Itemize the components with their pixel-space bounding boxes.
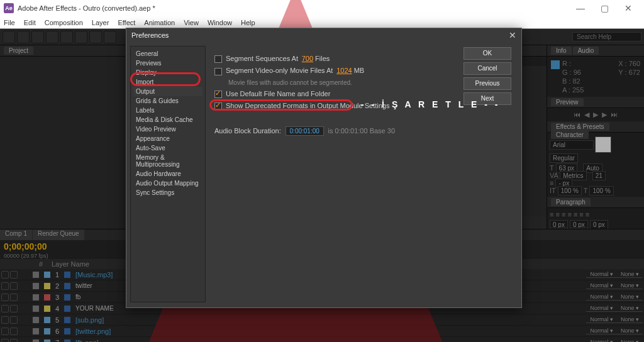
category-media-disk-cache[interactable]: Media & Disk Cache bbox=[133, 115, 203, 124]
category-labels[interactable]: Labels bbox=[133, 106, 203, 115]
seg-mov-check[interactable] bbox=[214, 68, 222, 75]
app-icon: Ae bbox=[4, 3, 14, 13]
category-output[interactable]: Output bbox=[133, 87, 203, 96]
menu-help[interactable]: Help bbox=[241, 19, 255, 26]
show-deprecated-check[interactable] bbox=[214, 102, 222, 110]
category-import[interactable]: Import bbox=[133, 77, 203, 87]
abd-input[interactable]: 0:00:01:00 bbox=[286, 126, 324, 136]
category-memory-multiprocessing[interactable]: Memory & Multiprocessing bbox=[133, 153, 203, 169]
minimize-icon[interactable]: — bbox=[569, 3, 592, 13]
category-audio-hardware[interactable]: Audio Hardware bbox=[133, 169, 203, 179]
menu-window[interactable]: Window bbox=[208, 19, 232, 26]
cancel-button[interactable]: Cancel bbox=[464, 62, 511, 75]
menu-layer[interactable]: Layer bbox=[92, 19, 109, 26]
menu-edit[interactable]: Edit bbox=[24, 19, 36, 26]
seg-seq-value[interactable]: 700 bbox=[302, 55, 313, 62]
close-icon[interactable]: ✕ bbox=[616, 3, 640, 13]
menu-file[interactable]: File bbox=[4, 19, 15, 26]
menubar: File Edit Composition Layer Effect Anima… bbox=[0, 16, 644, 29]
ok-button[interactable]: OK bbox=[464, 47, 511, 60]
abd-hint: is 0:00:01:00 Base 30 bbox=[328, 127, 395, 135]
category-auto-save[interactable]: Auto-Save bbox=[133, 143, 203, 153]
previous-button[interactable]: Previous bbox=[464, 77, 511, 90]
category-list: GeneralPreviewsDisplayImportOutputGrids … bbox=[130, 46, 206, 302]
seg-seq-check[interactable] bbox=[214, 55, 222, 63]
abd-label: Audio Block Duration: bbox=[214, 127, 281, 135]
menu-view[interactable]: View bbox=[184, 19, 199, 26]
maximize-icon[interactable]: ▢ bbox=[592, 3, 616, 13]
annotation-text: - - İ Ş A R E T L E - - bbox=[361, 99, 500, 109]
menu-composition[interactable]: Composition bbox=[45, 19, 83, 26]
category-display[interactable]: Display bbox=[133, 68, 203, 77]
category-video-preview[interactable]: Video Preview bbox=[133, 124, 203, 134]
seg-mov-value[interactable]: 1024 bbox=[336, 67, 352, 74]
category-audio-output-mapping[interactable]: Audio Output Mapping bbox=[133, 179, 203, 188]
preferences-dialog: Preferences✕ GeneralPreviewsDisplayImpor… bbox=[126, 28, 522, 308]
category-previews[interactable]: Previews bbox=[133, 58, 203, 68]
dialog-title: Preferences bbox=[131, 31, 169, 39]
category-grids-guides[interactable]: Grids & Guides bbox=[133, 96, 203, 106]
category-appearance[interactable]: Appearance bbox=[133, 134, 203, 143]
window-title: Adobe After Effects - Outro (converted).… bbox=[18, 4, 155, 12]
dialog-close-icon[interactable]: ✕ bbox=[509, 30, 516, 40]
menu-effect[interactable]: Effect bbox=[118, 19, 135, 26]
category-general[interactable]: General bbox=[133, 49, 203, 58]
menu-animation[interactable]: Animation bbox=[144, 19, 175, 26]
use-default-check[interactable] bbox=[214, 91, 222, 98]
category-sync-settings[interactable]: Sync Settings bbox=[133, 188, 203, 197]
